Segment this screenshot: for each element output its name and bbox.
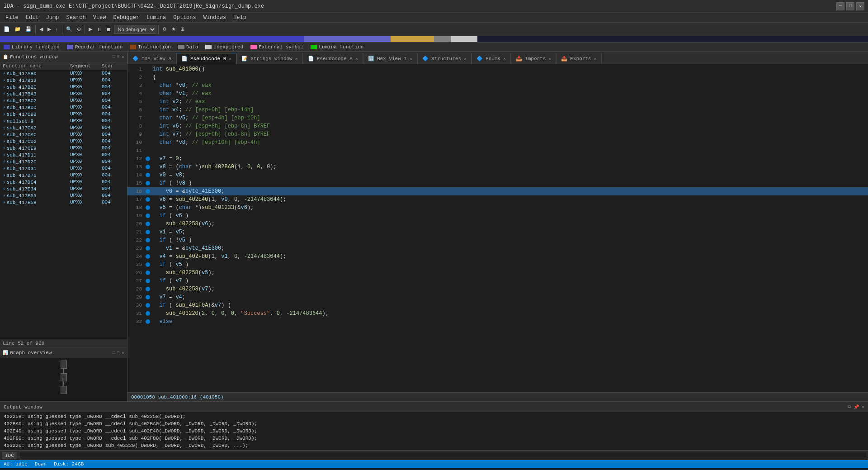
output-line-1: 402258: using guessed type _DWORD __cdec… <box>4 413 864 420</box>
idc-input[interactable] <box>19 452 866 459</box>
table-row[interactable]: ⚡sub_417BA3UPX0004 <box>0 90 127 97</box>
menu-help[interactable]: Help <box>230 14 250 22</box>
tab-exports[interactable]: 📤 Exports ✕ <box>556 53 601 64</box>
tab-ida-view-a[interactable]: 🔷 IDA View-A <box>127 53 176 64</box>
panel-close[interactable]: ✕ <box>122 54 124 60</box>
table-row[interactable]: ⚡sub_417E55UPX0004 <box>0 192 127 199</box>
table-row[interactable]: ⚡sub_417AB0UPX0004 <box>0 70 127 77</box>
minimize-button[interactable]: ─ <box>836 2 844 10</box>
code-text-19: if ( v6 ) <box>153 213 189 219</box>
toolbar-open[interactable]: 📁 <box>13 25 23 33</box>
graph-node-1 <box>61 361 67 369</box>
menu-debugger[interactable]: Debugger <box>109 14 143 22</box>
tab-pseudocode-a[interactable]: 📄 Pseudocode-A ✕ <box>303 53 363 64</box>
tab-imports[interactable]: 📥 Imports ✕ <box>511 53 556 64</box>
maximize-button[interactable]: □ <box>846 2 854 10</box>
tab-pseudo-b-close[interactable]: ✕ <box>229 56 231 62</box>
menu-edit[interactable]: Edit <box>22 14 42 22</box>
line-number-23: 23 <box>129 246 142 251</box>
functions-table[interactable]: Function name Segment Star ⚡sub_417AB0UP… <box>0 62 127 339</box>
toolbar-refs[interactable]: ⊕ <box>75 25 83 33</box>
menu-view[interactable]: View <box>90 14 110 22</box>
toolbar-stop[interactable]: ⏹ <box>104 26 113 33</box>
table-row[interactable]: ⚡sub_417D2CUPX0004 <box>0 158 127 165</box>
menu-options[interactable]: Options <box>170 14 199 22</box>
toolbar-pause[interactable]: ⏸ <box>95 26 104 33</box>
table-row[interactable]: ⚡sub_417E5BUPX0004 <box>0 199 127 206</box>
code-line-32: 32 else <box>127 318 868 326</box>
func-segment: UPX0 <box>70 159 102 165</box>
toolbar-extra2[interactable]: ★ <box>170 25 178 33</box>
tab-structures[interactable]: 🔷 Structures ✕ <box>417 53 472 64</box>
line-number-7: 7 <box>129 115 142 121</box>
code-view[interactable]: 1 int sub_401000() 2 { 3 char *v0; // ea… <box>127 64 868 392</box>
toolbar-extra3[interactable]: ⊞ <box>179 25 186 33</box>
func-name: ⚡sub_417BC2 <box>3 98 70 104</box>
table-row[interactable]: ⚡sub_417CE9UPX0004 <box>0 145 127 152</box>
toolbar-up[interactable]: ↑ <box>54 26 60 33</box>
tab-enums-close[interactable]: ✕ <box>503 56 506 62</box>
toolbar-forward[interactable]: ▶ <box>46 25 53 33</box>
tab-exports-close[interactable]: ✕ <box>594 56 597 62</box>
toolbar-extra1[interactable]: ⚙ <box>160 25 169 33</box>
tabs-bar: 🔷 IDA View-A 📄 Pseudocode-B ✕ 📝 Strings … <box>127 52 868 64</box>
toolbar-run[interactable]: ▶ <box>87 25 94 33</box>
table-row[interactable]: ⚡sub_417BC2UPX0004 <box>0 97 127 104</box>
statusbar: AU: idle Down Disk: 24GB <box>0 460 868 468</box>
navigation-bar[interactable] <box>0 36 868 43</box>
code-line-31: 31 sub_403220(2, 0, 0, 0, "Success", 0, … <box>127 309 868 318</box>
menu-windows[interactable]: Windows <box>200 14 230 22</box>
panel-minimize[interactable]: □ <box>113 54 115 60</box>
tab-strings[interactable]: 📝 Strings window ✕ <box>236 53 302 64</box>
tab-pseudocode-b[interactable]: 📄 Pseudocode-B ✕ <box>176 53 236 64</box>
legend-external-label: External symbol <box>259 44 303 50</box>
debugger-select[interactable]: No debugger <box>114 25 156 34</box>
tab-enums[interactable]: 🔷 Enums ✕ <box>472 53 511 64</box>
output-float[interactable]: ⧉ <box>848 404 851 410</box>
line-dot-3 <box>146 83 150 88</box>
legend-instruction-color <box>130 45 136 49</box>
code-line-14: 14 v0 = v8; <box>127 171 868 179</box>
tab-pseudo-a-close[interactable]: ✕ <box>355 56 358 62</box>
table-row[interactable]: ⚡sub_417B13UPX0004 <box>0 77 127 84</box>
toolbar-search[interactable]: 🔍 <box>64 25 74 33</box>
code-text-17: v6 = sub_402E40(1, v0, 0, -2147483644); <box>153 196 286 203</box>
line-dot-24 <box>146 254 150 259</box>
table-row[interactable]: ⚡sub_417D31UPX0004 <box>0 165 127 172</box>
toolbar-save[interactable]: 💾 <box>24 25 33 33</box>
tab-struct-close[interactable]: ✕ <box>464 56 467 62</box>
line-number-20: 20 <box>129 221 142 227</box>
table-row[interactable]: ⚡sub_417B2EUPX0004 <box>0 84 127 90</box>
menu-file[interactable]: File <box>2 14 22 22</box>
panel-settings[interactable]: ≡ <box>117 54 120 60</box>
tab-hex-view[interactable]: 🔢 Hex View-1 ✕ <box>363 53 417 64</box>
table-row[interactable]: ⚡sub_417BDDUPX0004 <box>0 104 127 111</box>
graph-canvas[interactable] <box>0 358 127 401</box>
table-row[interactable]: ⚡sub_417CA2UPX0004 <box>0 124 127 131</box>
menu-lumina[interactable]: Lumina <box>143 14 170 22</box>
output-content: 402258: using guessed type _DWORD __cdec… <box>0 412 868 450</box>
output-detach[interactable]: 📌 <box>854 404 859 410</box>
code-line-22: 22 if ( !v5 ) <box>127 236 868 244</box>
table-row[interactable]: ⚡sub_417CD2UPX0004 <box>0 138 127 145</box>
graph-panel-settings[interactable]: ≡ <box>117 350 120 356</box>
table-row[interactable]: ⚡sub_417CACUPX0004 <box>0 131 127 138</box>
graph-panel-close[interactable]: ✕ <box>122 350 124 356</box>
menu-jump[interactable]: Jump <box>42 14 63 22</box>
close-button[interactable]: ✕ <box>856 2 864 10</box>
table-row[interactable]: ⚡nullsub_9UPX0004 <box>0 118 127 124</box>
toolbar-new[interactable]: 📄 <box>2 25 12 33</box>
menu-search[interactable]: Search <box>62 14 89 22</box>
code-line-10: 10 char *v8; // [esp+10h] [ebp-4h] <box>127 138 868 147</box>
tab-hex-close[interactable]: ✕ <box>410 56 412 62</box>
tab-imports-close[interactable]: ✕ <box>548 56 551 62</box>
table-row[interactable]: ⚡sub_417D11UPX0004 <box>0 152 127 158</box>
output-close[interactable]: ✕ <box>862 404 864 410</box>
table-row[interactable]: ⚡sub_417DC4UPX0004 <box>0 179 127 185</box>
graph-panel-minimize[interactable]: □ <box>113 350 115 356</box>
table-row[interactable]: ⚡sub_417E34UPX0004 <box>0 185 127 192</box>
table-row[interactable]: ⚡sub_417D76UPX0004 <box>0 172 127 179</box>
table-row[interactable]: ⚡sub_417C8BUPX0004 <box>0 111 127 118</box>
toolbar-back[interactable]: ◀ <box>38 25 45 33</box>
tab-strings-close[interactable]: ✕ <box>295 56 298 62</box>
